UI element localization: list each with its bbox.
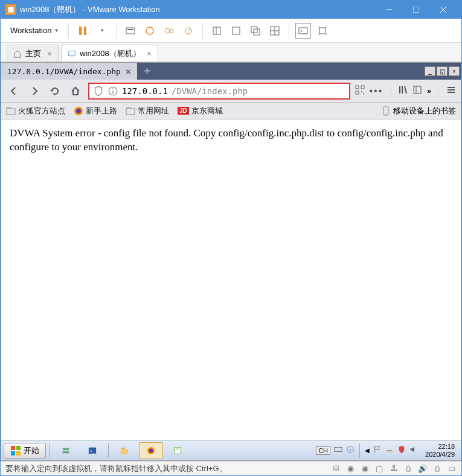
windows-taskbar: 开始 >_ CH ? ◀ 22:18 2020/4/29 xyxy=(1,440,461,460)
tray-clock[interactable]: 22:18 2020/4/29 xyxy=(422,443,458,457)
new-tab-button[interactable]: + xyxy=(137,63,156,80)
guest-close-button[interactable]: × xyxy=(449,66,460,76)
site-info-icon[interactable] xyxy=(107,86,118,97)
svg-rect-32 xyxy=(361,91,362,92)
taskbar-server-manager-icon[interactable] xyxy=(54,442,78,459)
stretch-icon[interactable] xyxy=(315,23,330,39)
svg-rect-30 xyxy=(361,86,364,89)
status-printer-icon[interactable]: ⎙ xyxy=(432,464,442,474)
page-actions-icon[interactable]: ••• xyxy=(370,86,383,97)
firefox-tab-bar: 127.0.0.1/DVWA/index.php × + _ ◱ × xyxy=(1,63,461,80)
snapshot-icon[interactable] xyxy=(142,23,158,39)
bookmark-item[interactable]: 常用网址 xyxy=(126,106,169,116)
status-floppy-icon[interactable]: ▢ xyxy=(374,464,384,474)
svg-text:>_: >_ xyxy=(300,28,306,34)
tracking-shield-icon[interactable] xyxy=(93,86,104,97)
library-icon[interactable] xyxy=(398,85,408,97)
tray-help-icon[interactable]: ? xyxy=(346,445,355,455)
mobile-icon xyxy=(381,106,391,116)
taskbar-notepadpp-icon[interactable] xyxy=(165,442,190,459)
minimize-button[interactable] xyxy=(375,1,402,19)
close-button[interactable] xyxy=(429,1,457,19)
guest-minimize-button[interactable]: _ xyxy=(425,66,435,76)
svg-rect-24 xyxy=(69,51,75,56)
vmware-toolbar: Workstation ▼ >_ xyxy=(1,19,461,43)
status-display-icon[interactable]: ▭ xyxy=(447,464,457,474)
guest-restore-button[interactable]: ◱ xyxy=(437,66,448,76)
svg-point-47 xyxy=(385,113,387,115)
fullscreen-layout-icon[interactable] xyxy=(267,23,283,39)
svg-point-44 xyxy=(76,109,81,113)
status-usb-icon[interactable]: ⎙ xyxy=(403,464,413,474)
vmware-tabs: 主页 × win2008（靶机） × xyxy=(1,43,461,62)
home-button[interactable] xyxy=(68,83,83,99)
svg-rect-16 xyxy=(251,27,257,33)
svg-rect-59 xyxy=(175,447,181,454)
svg-line-36 xyxy=(405,86,406,94)
tray-volume-icon[interactable] xyxy=(409,445,418,455)
svg-rect-60 xyxy=(335,448,342,452)
pause-icon[interactable] xyxy=(75,23,91,39)
firefox-nav-toolbar: 127.0.0.1/DVWA/index.php ••• » xyxy=(1,80,461,103)
console-view-icon[interactable] xyxy=(228,23,244,39)
close-icon[interactable]: × xyxy=(147,49,152,59)
mobile-bookmarks[interactable]: 移动设备上的书签 xyxy=(381,106,456,116)
status-hdd-icon[interactable]: ⛁ xyxy=(331,464,341,474)
vm-tab-icon xyxy=(68,49,76,58)
sidebar-icon[interactable] xyxy=(412,85,422,97)
taskbar-explorer-icon[interactable] xyxy=(112,442,136,459)
tray-flag-icon[interactable] xyxy=(373,445,382,455)
svg-text:>_: >_ xyxy=(90,448,95,453)
send-ctrl-alt-del-icon[interactable] xyxy=(123,23,138,39)
svg-rect-56 xyxy=(121,449,128,454)
unity-icon[interactable] xyxy=(248,23,263,39)
tab-home[interactable]: 主页 × xyxy=(7,45,59,62)
svg-rect-0 xyxy=(7,6,14,13)
dropdown-icon[interactable]: ▼ xyxy=(94,23,110,39)
tray-security-icon[interactable] xyxy=(397,445,406,455)
firefox-tab[interactable]: 127.0.0.1/DVWA/index.php × xyxy=(1,63,137,80)
svg-rect-51 xyxy=(16,451,21,455)
bookmark-item[interactable]: 火狐官方站点 xyxy=(6,106,65,116)
tab-vm[interactable]: win2008（靶机） × xyxy=(61,45,158,62)
tray-customize-icon[interactable]: ◀ xyxy=(365,447,370,454)
back-button[interactable] xyxy=(6,83,22,99)
close-icon[interactable]: × xyxy=(126,66,132,77)
single-window-icon[interactable] xyxy=(209,23,225,39)
svg-rect-2 xyxy=(413,7,419,13)
guest-vm-display[interactable]: 127.0.0.1/DVWA/index.php × + _ ◱ × 127.0… xyxy=(1,62,461,461)
snapshot-manager-icon[interactable] xyxy=(161,23,177,39)
overflow-icon[interactable]: » xyxy=(427,87,431,95)
svg-rect-15 xyxy=(233,27,240,34)
quick-switch-icon[interactable]: >_ xyxy=(295,23,311,39)
language-indicator[interactable]: CH xyxy=(316,446,330,455)
bookmark-item[interactable]: 新手上路 xyxy=(74,106,117,116)
folder-icon xyxy=(6,106,16,116)
url-bar[interactable]: 127.0.0.1/DVWA/index.php xyxy=(88,83,350,100)
tray-keyboard-icon[interactable] xyxy=(334,445,342,455)
svg-rect-37 xyxy=(414,86,421,94)
revert-snapshot-icon[interactable] xyxy=(181,23,196,39)
firefox-icon xyxy=(74,106,83,116)
status-sound-icon[interactable]: 🔊 xyxy=(418,464,428,474)
taskbar-powershell-icon[interactable]: >_ xyxy=(80,442,104,459)
taskbar-firefox-icon[interactable] xyxy=(139,442,163,459)
status-network-icon[interactable]: 🖧 xyxy=(389,464,399,474)
workstation-menu[interactable]: Workstation xyxy=(7,24,62,37)
tray-network-icon[interactable] xyxy=(385,445,394,455)
status-cd-icon[interactable]: ◉ xyxy=(345,464,355,474)
close-icon[interactable]: × xyxy=(47,49,52,59)
menu-icon[interactable] xyxy=(446,85,456,97)
start-button[interactable]: 开始 xyxy=(4,443,46,459)
svg-rect-33 xyxy=(363,93,364,94)
status-cd2-icon[interactable]: ◉ xyxy=(360,464,370,474)
svg-point-11 xyxy=(170,29,173,33)
svg-rect-48 xyxy=(11,446,15,450)
bookmark-item[interactable]: JD 京东商城 xyxy=(178,106,223,116)
forward-button[interactable] xyxy=(27,83,42,99)
reload-button[interactable] xyxy=(47,83,63,99)
qr-icon[interactable] xyxy=(355,85,365,97)
svg-point-28 xyxy=(112,88,114,89)
maximize-button[interactable] xyxy=(402,1,429,19)
svg-point-9 xyxy=(146,27,153,34)
